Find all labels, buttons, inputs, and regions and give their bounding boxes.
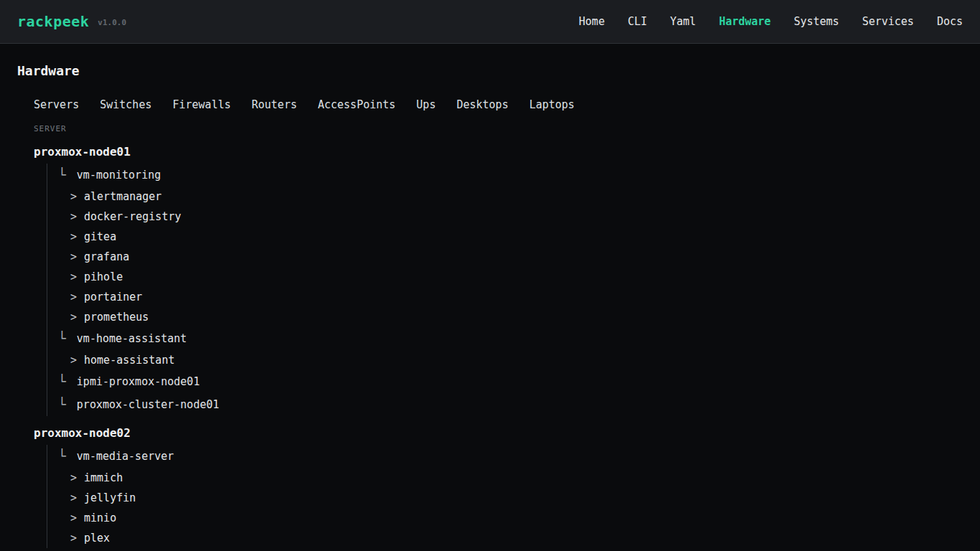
chevron-right-icon: > (70, 252, 77, 263)
nav-item-yaml[interactable]: Yaml (670, 15, 696, 28)
node-title[interactable]: proxmox-node02 (34, 422, 963, 445)
tree-item-label: plex (84, 532, 110, 545)
main-content: Hardware ServersSwitchesFirewallsRouters… (0, 44, 980, 548)
tree-item-label: pihole (84, 270, 123, 283)
tree-group-row[interactable]: └vm-media-server (47, 445, 963, 468)
tree-item-row[interactable]: >immich (47, 468, 963, 488)
chevron-right-icon: > (70, 355, 77, 366)
chevron-right-icon: > (70, 192, 77, 202)
tree-item-row[interactable]: >prometheus (47, 307, 963, 327)
branch-icon: └ (58, 375, 66, 388)
tree-item-label: docker-registry (84, 210, 181, 223)
branch-icon: └ (58, 450, 66, 463)
tab-desktops[interactable]: Desktops (456, 98, 508, 111)
chevron-right-icon: > (70, 533, 77, 544)
main-nav: HomeCLIYamlHardwareSystemsServicesDocs (579, 15, 963, 28)
tree-group-row[interactable]: └ipmi-proxmox-node01 (47, 370, 963, 393)
section-label: SERVER (34, 124, 963, 133)
tree-item-row[interactable]: >gitea (47, 227, 963, 247)
app-version: v1.0.0 (98, 18, 126, 27)
node-children: └vm-monitoring>alertmanager>docker-regis… (47, 164, 963, 416)
tree-item-label: alertmanager (84, 190, 161, 203)
app-logo[interactable]: rackpeek (17, 13, 89, 30)
tree-group-row[interactable]: └vm-monitoring (47, 164, 963, 187)
chevron-right-icon: > (70, 493, 77, 504)
chevron-right-icon: > (70, 212, 77, 222)
nav-item-hardware[interactable]: Hardware (719, 15, 771, 28)
tree-item-label: gitea (84, 230, 116, 243)
chevron-right-icon: > (70, 292, 77, 303)
app-header: rackpeek v1.0.0 HomeCLIYamlHardwareSyste… (0, 0, 980, 44)
tree-item-row[interactable]: >home-assistant (47, 350, 963, 370)
tab-accesspoints[interactable]: AccessPoints (318, 98, 395, 111)
chevron-right-icon: > (70, 272, 77, 283)
branch-icon: └ (58, 398, 66, 411)
tree-group-label: ipmi-proxmox-node01 (77, 375, 200, 388)
category-tabs: ServersSwitchesFirewallsRoutersAccessPoi… (34, 98, 963, 111)
tree-item-row[interactable]: >grafana (47, 247, 963, 267)
hardware-tree: proxmox-node01└vm-monitoring>alertmanage… (34, 141, 963, 548)
tree-item-label: home-assistant (84, 354, 174, 367)
chevron-right-icon: > (70, 513, 77, 524)
tree-item-row[interactable]: >portainer (47, 287, 963, 307)
tab-firewalls[interactable]: Firewalls (172, 98, 230, 111)
branch-icon: └ (58, 332, 66, 345)
tree-group-row[interactable]: └proxmox-cluster-node01 (47, 393, 963, 416)
tree-item-row[interactable]: >docker-registry (47, 207, 963, 227)
tree-item-label: grafana (84, 250, 129, 263)
tree-item-row[interactable]: >jellyfin (47, 488, 963, 508)
tab-switches[interactable]: Switches (100, 98, 151, 111)
tree-item-label: portainer (84, 291, 142, 303)
tree-item-label: prometheus (84, 311, 149, 324)
nav-item-cli[interactable]: CLI (628, 15, 647, 28)
node-title[interactable]: proxmox-node01 (34, 141, 963, 164)
tab-routers[interactable]: Routers (252, 98, 297, 111)
tree-node-proxmox-node01: proxmox-node01└vm-monitoring>alertmanage… (34, 141, 963, 416)
node-children: └vm-media-server>immich>jellyfin>minio>p… (47, 445, 963, 548)
tree-group-label: vm-home-assistant (77, 332, 187, 345)
tree-item-row[interactable]: >alertmanager (47, 187, 963, 207)
tab-servers[interactable]: Servers (34, 98, 79, 111)
nav-item-home[interactable]: Home (579, 15, 605, 28)
nav-item-docs[interactable]: Docs (937, 15, 963, 28)
tree-item-row[interactable]: >pihole (47, 267, 963, 287)
page-title: Hardware (17, 64, 963, 78)
tab-ups[interactable]: Ups (416, 98, 435, 111)
nav-item-services[interactable]: Services (862, 15, 914, 28)
tab-laptops[interactable]: Laptops (529, 98, 575, 111)
tree-node-proxmox-node02: proxmox-node02└vm-media-server>immich>je… (34, 422, 963, 548)
chevron-right-icon: > (70, 232, 77, 242)
tree-item-row[interactable]: >minio (47, 508, 963, 528)
tree-group-row[interactable]: └vm-home-assistant (47, 327, 963, 350)
chevron-right-icon: > (70, 312, 77, 323)
tree-group-label: vm-media-server (77, 450, 174, 463)
tree-item-label: jellyfin (84, 491, 136, 504)
tree-group-label: vm-monitoring (77, 169, 161, 182)
tree-group-label: proxmox-cluster-node01 (77, 398, 220, 411)
nav-item-systems[interactable]: Systems (793, 15, 839, 28)
tree-item-row[interactable]: >plex (47, 528, 963, 548)
tree-item-label: minio (84, 512, 116, 524)
branch-icon: └ (58, 169, 66, 182)
chevron-right-icon: > (70, 473, 77, 484)
tree-item-label: immich (84, 471, 123, 484)
